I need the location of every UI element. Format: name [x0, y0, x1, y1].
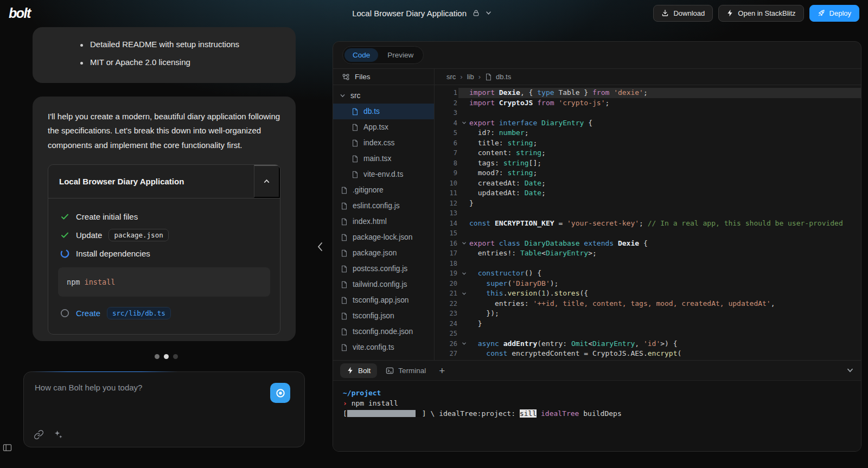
bolt-logo: bolt	[9, 5, 30, 21]
fold-gutter	[458, 349, 469, 359]
code-line-27[interactable]: 27 const encryptedContent = CryptoJS.AES…	[435, 349, 861, 359]
assistant-message-text: I'll help you create a modern, beautiful…	[48, 110, 280, 152]
tree-item-vite-env.d.ts[interactable]: vite-env.d.ts	[333, 166, 434, 182]
code-line-25[interactable]: 25	[435, 329, 861, 339]
deploy-button[interactable]: Deploy	[809, 5, 859, 22]
code-line-3[interactable]: 3	[435, 108, 861, 118]
terminal-output[interactable]: ~/project› npm install[] \ idealTree:pro…	[333, 380, 861, 451]
tree-item-src[interactable]: src	[333, 88, 434, 104]
plan-collapse-button[interactable]	[254, 165, 280, 198]
code-line-21[interactable]: 21 this.version(1).stores({	[435, 289, 861, 299]
code-line-26[interactable]: 26 async addEntry(entry: Omit<DiaryEntry…	[435, 339, 861, 349]
fold-gutter	[458, 148, 469, 158]
tree-item-App.tsx[interactable]: App.tsx	[333, 119, 434, 135]
collapse-terminal-chevron-icon[interactable]	[846, 367, 854, 374]
code-line-1[interactable]: 1import Dexie, { type Table } from 'dexi…	[435, 88, 861, 98]
file-chip[interactable]: src/lib/db.ts	[107, 307, 171, 319]
code-line-6[interactable]: 6 title: string;	[435, 138, 861, 149]
tree-item-index.html[interactable]: index.html	[333, 214, 434, 229]
code-line-24[interactable]: 24 }	[435, 319, 861, 329]
carousel-dot[interactable]	[155, 354, 159, 359]
code-line-5[interactable]: 5 id?: number;	[435, 128, 861, 138]
code-line-10[interactable]: 10 createdAt: Date;	[435, 178, 861, 189]
tree-item-index.css[interactable]: index.css	[333, 135, 434, 151]
file-chip[interactable]: package.json	[108, 229, 168, 241]
code-line-23[interactable]: 23 });	[435, 309, 861, 319]
line-number: 8	[435, 158, 458, 169]
code-line-11[interactable]: 11 updatedAt: Date;	[435, 188, 861, 198]
code-line-13[interactable]: 13	[435, 208, 861, 219]
terminal-tab-terminal[interactable]: Terminal	[379, 363, 432, 378]
code-editor[interactable]: 1import Dexie, { type Table } from 'dexi…	[435, 85, 861, 360]
code-line-4[interactable]: 4export interface DiaryEntry {	[435, 118, 861, 129]
code-line-14[interactable]: 14const ENCRYPTION_KEY = 'your-secret-ke…	[435, 219, 861, 229]
attach-link-icon[interactable]	[34, 429, 44, 440]
fold-chevron-icon[interactable]	[458, 118, 469, 129]
file-icon	[352, 124, 359, 131]
code-line-19[interactable]: 19 constructor() {	[435, 268, 861, 279]
code-line-20[interactable]: 20 super('DiaryDB');	[435, 279, 861, 289]
fold-gutter	[458, 279, 469, 289]
breadcrumb-db.ts[interactable]: db.ts	[485, 73, 511, 81]
tree-item-label: package.json	[353, 249, 397, 257]
tree-item-tsconfig.app.json[interactable]: tsconfig.app.json	[333, 292, 434, 308]
tree-item-label: App.tsx	[363, 123, 388, 131]
code-line-12[interactable]: 12}	[435, 198, 861, 209]
fold-chevron-icon[interactable]	[458, 268, 469, 279]
tree-item-vite.config.ts[interactable]: vite.config.ts	[333, 339, 434, 355]
code-line-2[interactable]: 2import CryptoJS from 'crypto-js';	[435, 98, 861, 108]
code-line-18[interactable]: 18	[435, 259, 861, 269]
tree-item-tsconfig.json[interactable]: tsconfig.json	[333, 308, 434, 324]
tree-item-tsconfig.node.json[interactable]: tsconfig.node.json	[333, 324, 434, 339]
tree-item-db.ts[interactable]: db.ts	[333, 104, 434, 119]
line-number: 3	[435, 108, 458, 118]
code-line-16[interactable]: 16export class DiaryDatabase extends Dex…	[435, 239, 861, 249]
assistant-message: I'll help you create a modern, beautiful…	[33, 97, 296, 341]
workbench-header: CodePreview	[333, 42, 861, 68]
terminal-tab-bolt[interactable]: Bolt	[340, 363, 377, 378]
tree-item-.gitignore[interactable]: .gitignore	[333, 182, 434, 198]
tree-item-eslint.config.js[interactable]: eslint.config.js	[333, 198, 434, 214]
plan-step-running: Install dependencies	[58, 245, 270, 262]
bullet-item: MIT or Apache 2.0 licensing	[48, 53, 280, 71]
terminal-icon	[386, 367, 394, 375]
plan-step-done: Updatepackage.json	[58, 225, 270, 245]
file-icon	[341, 187, 348, 194]
code-line-15[interactable]: 15	[435, 228, 861, 239]
pending-circle-icon	[60, 309, 69, 318]
tree-item-package.json[interactable]: package.json	[333, 245, 434, 261]
stop-generation-button[interactable]	[270, 383, 290, 403]
tab-code[interactable]: Code	[344, 48, 378, 62]
fold-chevron-icon[interactable]	[458, 239, 469, 249]
code-preview-toggle: CodePreview	[342, 46, 424, 64]
breadcrumb: src›lib›db.ts	[435, 69, 861, 85]
collapse-chat-chevron[interactable]	[316, 241, 324, 253]
tree-item-postcss.config.js[interactable]: postcss.config.js	[333, 261, 434, 277]
chat-input[interactable]	[24, 372, 304, 447]
tree-item-label: tsconfig.node.json	[353, 328, 413, 336]
add-terminal-button[interactable]: +	[439, 366, 445, 376]
code-line-22[interactable]: 22 entries: '++id, title, content, tags,…	[435, 299, 861, 309]
tab-preview[interactable]: Preview	[379, 48, 422, 62]
line-number: 27	[435, 349, 458, 359]
tree-item-tailwind.config.js[interactable]: tailwind.config.js	[333, 277, 434, 292]
tree-item-main.tsx[interactable]: main.tsx	[333, 151, 434, 166]
project-title-group[interactable]: Local Browser Diary Application	[352, 9, 492, 18]
download-button[interactable]: Download	[653, 5, 713, 22]
fold-chevron-icon[interactable]	[458, 339, 469, 349]
chevron-down-icon[interactable]	[485, 10, 492, 16]
code-line-7[interactable]: 7 content: string;	[435, 148, 861, 158]
toggle-sidebar-icon[interactable]	[3, 444, 12, 452]
tree-item-label: .gitignore	[353, 186, 384, 194]
code-line-8[interactable]: 8 tags: string[];	[435, 158, 861, 169]
code-line-9[interactable]: 9 mood?: string;	[435, 168, 861, 178]
fold-gutter	[458, 138, 469, 149]
fold-gutter	[458, 178, 469, 189]
carousel-dot[interactable]	[164, 354, 169, 359]
fold-chevron-icon[interactable]	[458, 289, 469, 299]
tree-item-package-lock.json[interactable]: package-lock.json	[333, 229, 434, 245]
code-line-17[interactable]: 17 entries!: Table<DiaryEntry>;	[435, 248, 861, 259]
carousel-dot[interactable]	[173, 354, 178, 359]
open-in-stackblitz-button[interactable]: Open in StackBlitz	[718, 5, 803, 22]
enhance-prompt-sparkles-icon[interactable]	[53, 429, 63, 440]
